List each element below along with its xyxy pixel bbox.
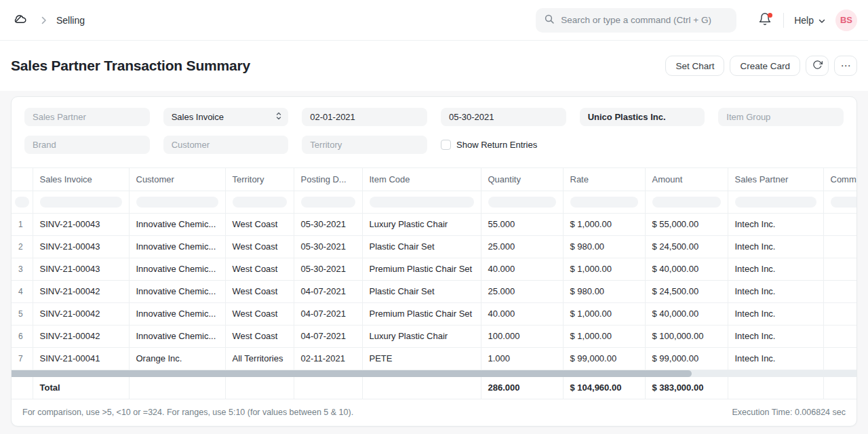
cell-posting-date[interactable]: 04-07-2021 (294, 280, 362, 302)
cell-sales-invoice[interactable]: SINV-21-00041 (33, 347, 129, 370)
cell-sales-partner[interactable]: Intech Inc. (728, 347, 823, 370)
column-filter-cell[interactable] (728, 191, 823, 213)
cell-rate[interactable]: $ 980.00 (563, 280, 645, 302)
column-header[interactable]: Comm (823, 168, 856, 191)
cell-sales-invoice[interactable]: SINV-21-00043 (33, 235, 129, 258)
table-row[interactable]: 7 SINV-21-00041 Orange Inc. All Territor… (12, 347, 856, 370)
cell-sales-partner[interactable]: Intech Inc. (728, 280, 823, 302)
cell-posting-date[interactable]: 05-30-2021 (294, 258, 362, 280)
scrollbar-thumb[interactable] (12, 370, 692, 377)
cell-territory[interactable]: West Coast (225, 325, 294, 347)
row-number[interactable]: 2 (12, 235, 33, 258)
cell-sales-invoice[interactable]: SINV-21-00043 (33, 258, 129, 280)
table-row[interactable]: 4 SINV-21-00042 Innovative Chemic... Wes… (12, 280, 856, 302)
cell-item-code[interactable]: Premium Plastic Chair Set (362, 302, 481, 325)
column-header[interactable]: Rate (563, 168, 645, 191)
cell-posting-date[interactable]: 04-07-2021 (294, 302, 362, 325)
column-header[interactable]: Sales Partner (728, 168, 823, 191)
cell-territory[interactable]: West Coast (225, 213, 294, 235)
cell-territory[interactable]: All Territories (225, 347, 294, 370)
cell-sales-partner[interactable]: Intech Inc. (728, 235, 823, 258)
cell-rate[interactable]: $ 1,000.00 (563, 325, 645, 347)
cell-commission[interactable] (823, 235, 856, 258)
cell-sales-partner[interactable]: Intech Inc. (728, 302, 823, 325)
cell-amount[interactable]: $ 24,500.00 (645, 235, 728, 258)
to-date-filter[interactable] (441, 108, 566, 126)
cell-customer[interactable]: Innovative Chemic... (129, 280, 225, 302)
cell-rate[interactable]: $ 1,000.00 (563, 213, 645, 235)
row-number[interactable]: 6 (12, 325, 33, 347)
brand-filter[interactable] (24, 136, 150, 154)
row-number[interactable]: 3 (12, 258, 33, 280)
table-row[interactable]: 1 SINV-21-00043 Innovative Chemic... Wes… (12, 213, 856, 235)
more-menu-button[interactable]: ⋯ (834, 56, 857, 76)
help-menu[interactable]: Help (794, 15, 825, 26)
cell-amount[interactable]: $ 55,000.00 (645, 213, 728, 235)
cell-sales-partner[interactable]: Intech Inc. (728, 325, 823, 347)
cell-amount[interactable]: $ 100,000.00 (645, 325, 728, 347)
cell-item-code[interactable]: PETE (362, 347, 481, 370)
cell-quantity[interactable]: 40.000 (481, 258, 563, 280)
breadcrumb[interactable]: Selling (56, 15, 85, 26)
cell-posting-date[interactable]: 02-11-2021 (294, 347, 362, 370)
cell-customer[interactable]: Innovative Chemic... (129, 235, 225, 258)
sales-partner-filter[interactable] (24, 108, 150, 126)
cell-commission[interactable] (823, 302, 856, 325)
cell-customer[interactable]: Innovative Chemic... (129, 258, 225, 280)
checkbox-icon[interactable] (441, 140, 451, 150)
search-input[interactable] (561, 15, 728, 25)
cell-item-code[interactable]: Luxury Plastic Chair (362, 325, 481, 347)
cell-rate[interactable]: $ 1,000.00 (563, 258, 645, 280)
cell-sales-invoice[interactable]: SINV-21-00042 (33, 280, 129, 302)
column-filter-cell[interactable] (481, 191, 563, 213)
from-date-filter[interactable] (302, 108, 427, 126)
cell-item-code[interactable]: Luxury Plastic Chair (362, 213, 481, 235)
row-number[interactable]: 4 (12, 280, 33, 302)
cell-amount[interactable]: $ 24,500.00 (645, 280, 728, 302)
column-header[interactable]: Quantity (481, 168, 563, 191)
column-filter-cell[interactable] (645, 191, 728, 213)
column-filter-cell[interactable] (225, 191, 294, 213)
cell-quantity[interactable]: 100.000 (481, 325, 563, 347)
column-filter-cell[interactable] (563, 191, 645, 213)
customer-filter[interactable] (163, 136, 289, 154)
cell-amount[interactable]: $ 40,000.00 (645, 258, 728, 280)
column-header[interactable]: Amount (645, 168, 728, 191)
cell-posting-date[interactable]: 05-30-2021 (294, 235, 362, 258)
row-number[interactable]: 7 (12, 347, 33, 370)
horizontal-scrollbar[interactable] (12, 370, 856, 377)
item-group-filter[interactable] (718, 108, 844, 126)
cell-territory[interactable]: West Coast (225, 280, 294, 302)
cell-item-code[interactable]: Premium Plastic Chair Set (362, 258, 481, 280)
column-header[interactable]: Posting D... (294, 168, 362, 191)
cell-sales-partner[interactable]: Intech Inc. (728, 258, 823, 280)
cell-commission[interactable] (823, 280, 856, 302)
cell-territory[interactable]: West Coast (225, 258, 294, 280)
column-header[interactable]: Customer (129, 168, 225, 191)
column-filter-cell[interactable] (129, 191, 225, 213)
cell-amount[interactable]: $ 40,000.00 (645, 302, 728, 325)
cell-commission[interactable] (823, 325, 856, 347)
company-filter[interactable] (580, 108, 705, 126)
cell-item-code[interactable]: Plastic Chair Set (362, 235, 481, 258)
cell-sales-invoice[interactable]: SINV-21-00042 (33, 325, 129, 347)
column-filter-cell[interactable] (12, 191, 33, 213)
cell-posting-date[interactable]: 05-30-2021 (294, 213, 362, 235)
cell-sales-partner[interactable]: Intech Inc. (728, 213, 823, 235)
doctype-select[interactable]: Sales Invoice (163, 108, 289, 126)
column-filter-cell[interactable] (294, 191, 362, 213)
table-row[interactable]: 5 SINV-21-00042 Innovative Chemic... Wes… (12, 302, 856, 325)
column-header[interactable]: Territory (225, 168, 294, 191)
cell-rate[interactable]: $ 1,000.00 (563, 302, 645, 325)
column-filter-cell[interactable] (33, 191, 129, 213)
cell-quantity[interactable]: 1.000 (481, 347, 563, 370)
cell-sales-invoice[interactable]: SINV-21-00043 (33, 213, 129, 235)
column-filter-cell[interactable] (823, 191, 856, 213)
cell-sales-invoice[interactable]: SINV-21-00042 (33, 302, 129, 325)
table-row[interactable]: 6 SINV-21-00042 Innovative Chemic... Wes… (12, 325, 856, 347)
table-row[interactable]: 2 SINV-21-00043 Innovative Chemic... Wes… (12, 235, 856, 258)
cell-territory[interactable]: West Coast (225, 235, 294, 258)
cell-quantity[interactable]: 40.000 (481, 302, 563, 325)
cell-commission[interactable] (823, 213, 856, 235)
table-row[interactable]: 3 SINV-21-00043 Innovative Chemic... Wes… (12, 258, 856, 280)
